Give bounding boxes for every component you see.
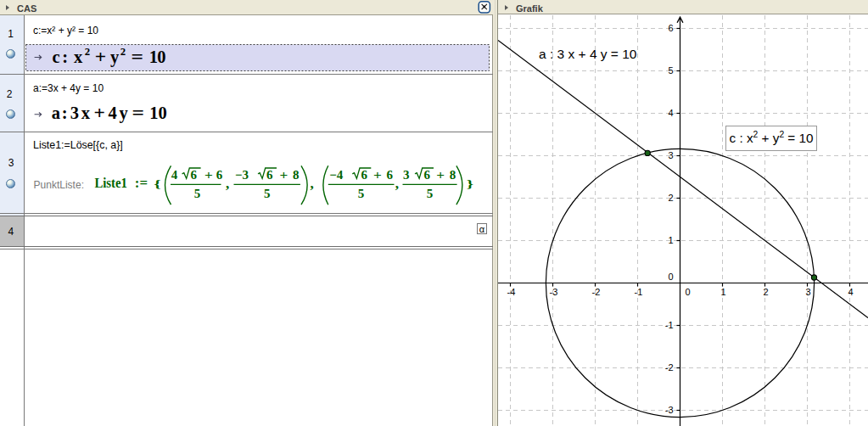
svg-text:PunktListe:: PunktListe: — [34, 179, 84, 191]
svg-text:+: + — [95, 48, 106, 66]
svg-text:6: 6 — [191, 168, 198, 182]
svg-text:+: + — [436, 168, 445, 182]
svg-text:6: 6 — [266, 168, 273, 182]
svg-text:Liste1:=Löse[{c, a}]: Liste1:=Löse[{c, a}] — [33, 139, 123, 151]
svg-text:1: 1 — [720, 287, 725, 297]
svg-text:−4: −4 — [329, 168, 344, 182]
svg-text:y: y — [119, 104, 128, 123]
svg-text:+: + — [204, 168, 213, 182]
svg-text:0: 0 — [668, 272, 673, 282]
svg-text:a: a — [52, 104, 60, 122]
svg-text:=: = — [131, 48, 143, 66]
svg-text:c:=x² + y² = 10: c:=x² + y² = 10 — [33, 25, 98, 36]
svg-text:-3: -3 — [665, 405, 674, 415]
svg-text:3: 3 — [403, 168, 410, 182]
svg-text:6: 6 — [361, 168, 368, 182]
svg-text:8: 8 — [293, 168, 300, 182]
svg-text:,: , — [226, 176, 229, 192]
svg-text:+: + — [93, 104, 104, 122]
svg-text:6: 6 — [424, 168, 431, 182]
svg-text:4: 4 — [171, 168, 178, 182]
svg-text:+: + — [279, 168, 288, 182]
svg-text:5: 5 — [668, 65, 673, 76]
svg-text:5: 5 — [358, 187, 365, 200]
svg-text:3: 3 — [805, 287, 810, 297]
svg-text:2: 2 — [85, 46, 90, 58]
svg-text:2: 2 — [668, 193, 673, 203]
svg-text:6: 6 — [668, 23, 673, 33]
svg-text:10: 10 — [149, 48, 166, 66]
svg-text:5: 5 — [427, 187, 434, 200]
svg-text:-1: -1 — [635, 287, 643, 297]
svg-text:}: } — [467, 177, 473, 190]
svg-text:a : 3 x + 4 y = 10: a : 3 x + 4 y = 10 — [539, 47, 637, 61]
svg-text:10: 10 — [149, 104, 167, 122]
svg-text:-3: -3 — [550, 287, 558, 297]
svg-text:+: + — [373, 168, 382, 182]
svg-text:-2: -2 — [592, 287, 601, 297]
svg-text:3: 3 — [8, 157, 14, 169]
svg-text::: : — [62, 48, 68, 66]
svg-text:a:=3x + 4y = 10: a:=3x + 4y = 10 — [33, 82, 104, 94]
svg-text:Liste1: Liste1 — [94, 176, 127, 190]
svg-text:x: x — [81, 104, 91, 122]
svg-text:,: , — [395, 176, 399, 192]
svg-text:3: 3 — [668, 150, 673, 160]
svg-text:6: 6 — [216, 168, 223, 182]
svg-text:5: 5 — [194, 187, 201, 200]
svg-text:-1: -1 — [665, 320, 674, 330]
svg-text:y: y — [110, 48, 120, 67]
svg-text:-4: -4 — [507, 287, 516, 297]
svg-text:,: , — [311, 176, 314, 192]
svg-text:4: 4 — [8, 226, 14, 238]
svg-text:5: 5 — [264, 187, 271, 200]
svg-text:4: 4 — [848, 287, 853, 297]
svg-text:=: = — [132, 104, 145, 122]
svg-text:8: 8 — [450, 168, 456, 182]
svg-text:c: c — [53, 48, 60, 66]
svg-text:4: 4 — [108, 104, 116, 122]
svg-text:4: 4 — [668, 108, 673, 118]
svg-text:2: 2 — [120, 46, 126, 58]
svg-text:-2: -2 — [665, 362, 674, 373]
svg-text:0: 0 — [686, 287, 691, 297]
svg-text::=: := — [135, 176, 148, 190]
svg-text:2: 2 — [763, 287, 768, 297]
svg-text:c : x2 + y2 = 10: c : x2 + y2 = 10 — [730, 130, 814, 145]
svg-text:1: 1 — [8, 28, 14, 40]
svg-text:6: 6 — [387, 168, 394, 182]
svg-text:{: { — [154, 177, 160, 190]
svg-text::: : — [62, 104, 68, 122]
svg-text:−3: −3 — [235, 168, 249, 182]
svg-text:2: 2 — [7, 88, 13, 100]
svg-text:3: 3 — [70, 104, 79, 122]
svg-text:1: 1 — [668, 235, 673, 245]
svg-text:x: x — [74, 48, 83, 66]
